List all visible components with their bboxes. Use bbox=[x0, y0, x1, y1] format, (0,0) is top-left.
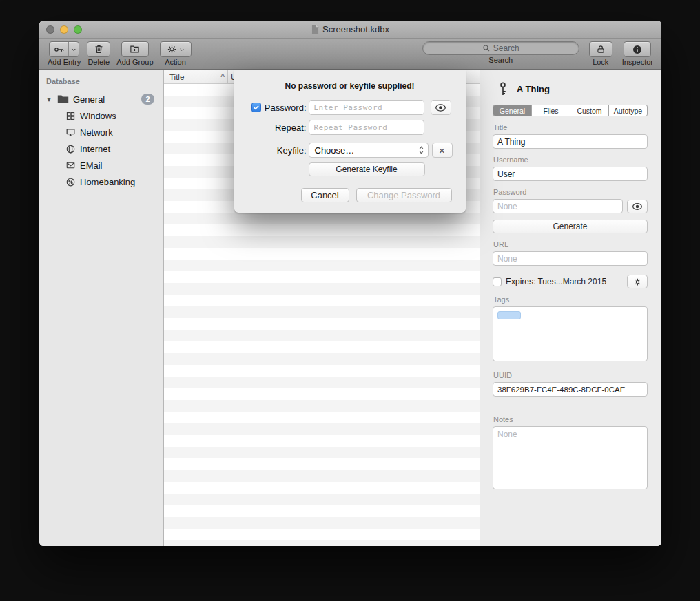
document-proxy-icon bbox=[311, 25, 319, 34]
delete-label: Delete bbox=[88, 58, 110, 66]
password-input[interactable] bbox=[309, 100, 424, 115]
add-entry-dropdown[interactable] bbox=[68, 42, 79, 56]
title-label: Title bbox=[493, 123, 648, 131]
url-field[interactable] bbox=[493, 251, 648, 266]
sidebar-group-general[interactable]: ▾ General 2 bbox=[39, 91, 163, 107]
trash-icon bbox=[94, 44, 104, 54]
sidebar-item-network[interactable]: Network bbox=[39, 124, 163, 140]
inspector-item: Inspector bbox=[622, 41, 653, 66]
tab-files[interactable]: Files bbox=[531, 105, 570, 116]
entry-count-badge: 2 bbox=[141, 94, 154, 105]
uuid-field[interactable] bbox=[493, 382, 648, 397]
username-label: Username bbox=[493, 156, 648, 164]
inspector-button[interactable] bbox=[624, 41, 651, 57]
column-header-title[interactable]: Title ^ bbox=[164, 70, 227, 83]
expires-settings-button[interactable] bbox=[627, 275, 648, 288]
inspector-tabs: General Files Custom Autotype bbox=[493, 105, 648, 116]
tab-autotype[interactable]: Autotype bbox=[608, 105, 647, 116]
window-title: Screenshot.kdbx bbox=[311, 24, 389, 34]
folder-icon bbox=[57, 94, 69, 104]
keyfile-popup[interactable]: Choose… bbox=[309, 143, 429, 158]
search-item: Search Search bbox=[422, 41, 579, 66]
zoom-button[interactable] bbox=[74, 25, 82, 34]
action-button[interactable] bbox=[160, 41, 192, 57]
sidebar-item-label: Windows bbox=[80, 111, 116, 121]
username-field[interactable] bbox=[493, 167, 648, 181]
reveal-password-button[interactable] bbox=[431, 100, 451, 115]
reveal-password-button[interactable] bbox=[627, 200, 648, 213]
display-icon bbox=[65, 127, 76, 138]
search-placeholder: Search bbox=[493, 43, 519, 53]
titlebar: Screenshot.kdbx bbox=[39, 21, 661, 39]
expires-checkbox[interactable] bbox=[493, 277, 502, 286]
add-group-label: Add Group bbox=[116, 58, 153, 66]
eye-icon bbox=[435, 103, 446, 112]
sheet-message: No password or keyfile supplied! bbox=[234, 81, 466, 91]
stepper-arrows-icon bbox=[418, 145, 425, 155]
generate-button[interactable]: Generate bbox=[493, 220, 648, 233]
add-entry-button[interactable] bbox=[49, 41, 79, 57]
search-input[interactable]: Search bbox=[422, 41, 579, 55]
inspector-label: Inspector bbox=[622, 58, 653, 66]
title-field[interactable] bbox=[493, 134, 648, 149]
traffic-lights bbox=[46, 25, 82, 34]
sidebar-item-windows[interactable]: Windows bbox=[39, 107, 163, 124]
close-icon: × bbox=[439, 145, 445, 156]
sidebar: Database ▾ General 2 Windows Networ bbox=[39, 70, 164, 546]
cancel-button[interactable]: Cancel bbox=[301, 188, 349, 202]
sidebar-item-label: Homebanking bbox=[80, 177, 135, 187]
clear-keyfile-button[interactable]: × bbox=[432, 143, 453, 158]
tags-label: Tags bbox=[493, 295, 648, 304]
password-checkbox[interactable] bbox=[251, 103, 261, 112]
tags-field[interactable] bbox=[493, 306, 648, 361]
tab-custom[interactable]: Custom bbox=[570, 105, 608, 116]
add-group-item: Add Group bbox=[116, 41, 153, 66]
gear-icon bbox=[167, 44, 177, 54]
key-icon bbox=[50, 44, 68, 55]
key-icon bbox=[497, 81, 509, 96]
add-group-button[interactable] bbox=[121, 41, 149, 57]
delete-item: Delete bbox=[87, 41, 110, 66]
repeat-input[interactable] bbox=[309, 120, 424, 135]
tag-chip[interactable] bbox=[497, 311, 521, 319]
url-label: URL bbox=[493, 240, 648, 249]
generate-keyfile-button[interactable]: Generate Keyfile bbox=[309, 162, 425, 176]
lock-item: Lock bbox=[589, 41, 612, 66]
app-window: Screenshot.kdbx Add Entry Delete bbox=[39, 21, 661, 546]
delete-button[interactable] bbox=[87, 41, 110, 57]
sidebar-header: Database bbox=[39, 70, 163, 91]
notes-label: Notes bbox=[493, 415, 648, 423]
disclosure-triangle-icon[interactable]: ▾ bbox=[45, 96, 53, 103]
info-icon bbox=[632, 44, 643, 55]
envelope-icon bbox=[65, 160, 76, 170]
lock-label: Lock bbox=[593, 58, 608, 66]
close-button[interactable] bbox=[46, 25, 54, 34]
add-entry-label: Add Entry bbox=[48, 58, 81, 66]
sidebar-item-homebanking[interactable]: Homebanking bbox=[39, 173, 163, 190]
repeat-label: Repeat: bbox=[275, 123, 307, 133]
uuid-label: UUID bbox=[493, 371, 648, 379]
sidebar-item-email[interactable]: EMail bbox=[39, 157, 163, 173]
sidebar-group-label: General bbox=[73, 94, 105, 105]
password-label: Password bbox=[493, 188, 648, 196]
sidebar-item-internet[interactable]: Internet bbox=[39, 140, 163, 157]
action-item: Action bbox=[160, 41, 192, 66]
toolbar-right: Search Search Lock Inspector bbox=[422, 41, 653, 66]
windows-icon bbox=[65, 111, 76, 121]
change-password-button[interactable]: Change Password bbox=[356, 188, 452, 202]
lock-icon bbox=[596, 44, 606, 54]
minimize-button[interactable] bbox=[60, 25, 68, 34]
notes-field[interactable] bbox=[493, 426, 648, 489]
inspector-panel: A Thing General Files Custom Autotype Ti… bbox=[480, 70, 661, 546]
sort-ascending-icon: ^ bbox=[220, 73, 225, 81]
password-field[interactable] bbox=[493, 199, 623, 213]
sidebar-item-label: EMail bbox=[80, 160, 103, 171]
expires-label: Expires: Tues...March 2015 bbox=[506, 277, 606, 286]
eye-icon bbox=[632, 202, 643, 211]
tab-general[interactable]: General bbox=[493, 105, 531, 116]
inspector-header: A Thing bbox=[493, 77, 648, 105]
toolbar: Add Entry Delete Add Group bbox=[39, 39, 661, 70]
percent-coin-icon bbox=[65, 177, 76, 187]
add-entry-item: Add Entry bbox=[48, 41, 81, 66]
lock-button[interactable] bbox=[589, 41, 612, 57]
